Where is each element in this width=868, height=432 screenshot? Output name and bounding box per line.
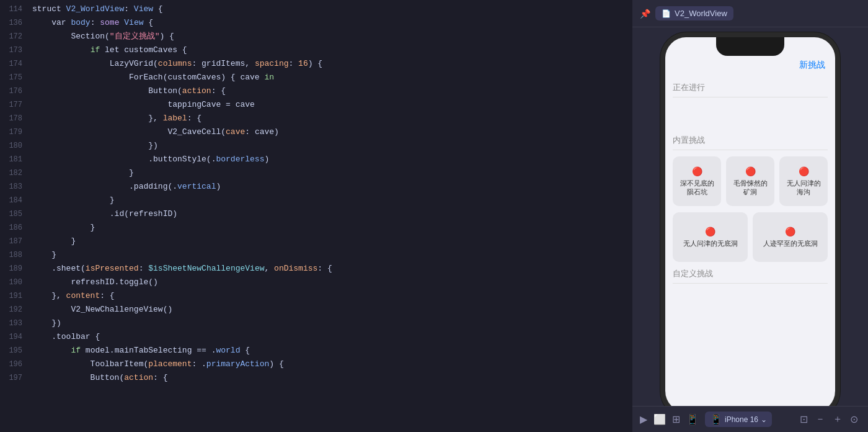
table-row: 190 refreshID.toggle() [0, 276, 632, 289]
preview-bottom-toolbar: ▶ ⬜ ⊞ 📱 📱 iPhone 16 ⌄ ⊡ － ＋ ⊙ [632, 406, 868, 432]
device-selector-button[interactable]: 📱 iPhone 16 ⌄ [705, 412, 772, 427]
code-text: Section("自定义挑战") { [32, 30, 632, 43]
table-row: 175 ForEach(customCaves) { cave in [0, 71, 632, 84]
line-number: 197 [0, 372, 32, 385]
table-row: 177 tappingCave = cave [0, 98, 632, 112]
cave-name-label: 深不见底的陨石坑 [678, 179, 716, 197]
cave-name-label: 无人问津的无底洞 [683, 239, 738, 248]
lock-icon: 🔴 [785, 227, 795, 236]
table-row: 182 } [0, 166, 632, 180]
code-text: tappingCave = cave [32, 98, 632, 111]
line-number: 175 [0, 71, 32, 84]
table-row: 188 } [0, 248, 632, 262]
line-number: 174 [0, 58, 32, 71]
line-number: 178 [0, 112, 32, 125]
device-label: iPhone 16 [725, 415, 758, 424]
line-number: 194 [0, 331, 32, 344]
builtin-divider [673, 150, 828, 150]
table-row: 192 V2_NewChallengeView() [0, 303, 632, 317]
cave-name-label: 无人问津的海沟 [784, 179, 823, 197]
table-row: 187 } [0, 235, 632, 248]
code-text: } [32, 248, 632, 261]
table-row: 191 }, content: { [0, 289, 632, 303]
line-number: 181 [0, 153, 32, 166]
cave-name-label: 毛骨悚然的矿洞 [731, 179, 769, 197]
bottom-left-icons: ▶ ⬜ ⊞ 📱 📱 iPhone 16 ⌄ [640, 412, 772, 427]
preview-title-button[interactable]: 📄 V2_WorldView [655, 6, 733, 20]
line-number: 185 [0, 208, 32, 221]
line-number: 187 [0, 235, 32, 248]
code-editor: 114struct V2_WorldView: View {136 var bo… [0, 0, 632, 432]
table-row: 183 .padding(.vertical) [0, 180, 632, 194]
line-number: 177 [0, 99, 32, 112]
app-content: 正在进行 内置挑战 🔴深不见底的陨石坑🔴毛骨悚然的矿洞🔴无人问津的海沟 🔴无人问… [665, 76, 835, 406]
in-progress-divider [673, 97, 828, 97]
line-number: 196 [0, 358, 32, 371]
table-row: 178 }, label: { [0, 112, 632, 125]
table-row: 197 Button(action: { [0, 371, 632, 385]
line-number: 179 [0, 126, 32, 139]
in-progress-section [673, 104, 828, 128]
code-text: }, content: { [32, 289, 632, 302]
code-text: refreshID.toggle() [32, 276, 632, 289]
code-text: } [32, 194, 632, 207]
table-row: 194 .toolbar { [0, 330, 632, 344]
list-item[interactable]: 🔴深不见底的陨石坑 [673, 156, 721, 206]
preview-title-label: V2_WorldView [675, 9, 727, 18]
line-number: 188 [0, 249, 32, 262]
table-row: 189 .sheet(isPresented: $isSheetNewChall… [0, 262, 632, 276]
new-challenge-button[interactable]: 新挑战 [799, 60, 825, 71]
line-number: 190 [0, 276, 32, 289]
code-text: var body: some View { [32, 16, 632, 29]
code-text: ForEach(customCaves) { cave in [32, 71, 632, 84]
list-item[interactable]: 🔴无人问津的海沟 [779, 156, 828, 206]
grid-icon[interactable]: ⊞ [672, 413, 680, 425]
table-row: 172 Section("自定义挑战") { [0, 30, 632, 43]
code-text: ToolbarItem(placement: .primaryAction) { [32, 358, 632, 371]
zoom-fit-icon[interactable]: ⊡ [797, 412, 810, 426]
lock-icon: 🔴 [799, 166, 809, 176]
table-row: 181 .buttonStyle(.borderless) [0, 153, 632, 166]
code-text: .sheet(isPresented: $isSheetNewChallenge… [32, 262, 632, 275]
lock-icon: 🔴 [745, 166, 756, 176]
code-text: LazyVGrid(columns: gridItems, spacing: 1… [32, 57, 632, 70]
zoom-out-icon[interactable]: － [813, 412, 828, 427]
code-text: .buttonStyle(.borderless) [32, 153, 632, 166]
line-number: 136 [0, 17, 32, 30]
in-progress-label: 正在进行 [673, 82, 828, 93]
code-text: } [32, 166, 632, 179]
code-text: if let customCaves { [32, 43, 632, 56]
preview-toolbar: 📌 📄 V2_WorldView [632, 0, 868, 27]
table-row: 184 } [0, 194, 632, 207]
zoom-in-icon[interactable]: ＋ [830, 412, 845, 427]
custom-divider [673, 283, 828, 284]
builtin-cave-grid-2: 🔴无人问津的无底洞🔴人迹罕至的无底洞 [673, 212, 828, 262]
phone-icon: 📱 [710, 413, 722, 425]
cave-name-label: 人迹罕至的无底洞 [763, 239, 818, 248]
line-number: 114 [0, 3, 32, 16]
table-row: 193 }) [0, 317, 632, 330]
line-number: 180 [0, 140, 32, 153]
table-row: 173 if let customCaves { [0, 43, 632, 57]
table-row: 179 V2_CaveCell(cave: cave) [0, 125, 632, 139]
file-icon: 📄 [662, 9, 671, 18]
code-text: if model.mainTabSelecting == .world { [32, 344, 632, 357]
pin-icon[interactable]: 📌 [640, 9, 650, 19]
preview-panel: 📌 📄 V2_WorldView 新挑战 正在进行 内置挑战 [632, 0, 868, 432]
line-number: 195 [0, 344, 32, 358]
list-item[interactable]: 🔴人迹罕至的无底洞 [753, 212, 828, 262]
lock-icon: 🔴 [692, 166, 702, 176]
run-icon[interactable]: ▶ [640, 413, 647, 425]
iphone-screen: 新挑战 正在进行 内置挑战 🔴深不见底的陨石坑🔴毛骨悚然的矿洞🔴无人问津的海沟 [665, 37, 835, 406]
zoom-reset-icon[interactable]: ⊙ [848, 412, 861, 426]
code-text: V2_NewChallengeView() [32, 303, 632, 316]
line-number: 184 [0, 194, 32, 207]
zoom-controls: ⊡ － ＋ ⊙ [797, 412, 861, 427]
code-text: .toolbar { [32, 330, 632, 343]
device-icon[interactable]: 📱 [686, 413, 699, 425]
line-number: 176 [0, 85, 32, 98]
list-item[interactable]: 🔴毛骨悚然的矿洞 [726, 156, 774, 206]
inspect-icon[interactable]: ⬜ [653, 413, 666, 425]
custom-label: 自定义挑战 [673, 268, 828, 279]
list-item[interactable]: 🔴无人问津的无底洞 [673, 212, 748, 262]
